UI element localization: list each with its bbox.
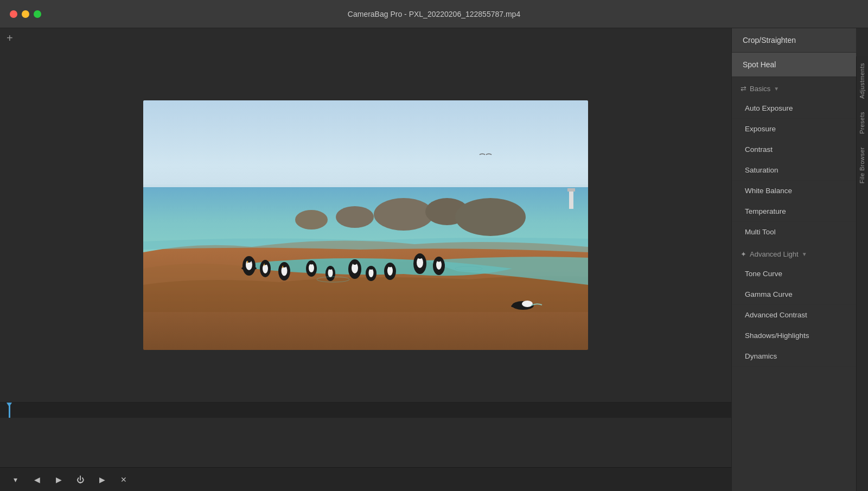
advanced-contrast-item[interactable]: Advanced Contrast <box>732 305 856 326</box>
spot-heal-button[interactable]: Spot Heal <box>732 53 856 77</box>
playhead[interactable] <box>9 403 10 418</box>
advanced-light-chevron-icon: ▼ <box>802 251 807 257</box>
svg-point-53 <box>522 301 533 307</box>
svg-rect-9 <box>567 188 575 192</box>
timeline-track <box>0 418 731 467</box>
dynamics-item[interactable]: Dynamics <box>732 346 856 367</box>
svg-point-6 <box>455 198 526 236</box>
advanced-light-label: Advanced Light <box>750 250 799 258</box>
toolbar-top: + <box>0 28 731 48</box>
gamma-curve-item[interactable]: Gamma Curve <box>732 284 856 305</box>
tone-curve-item[interactable]: Tone Curve <box>732 264 856 284</box>
svg-point-39 <box>369 266 373 270</box>
svg-point-51 <box>437 258 441 262</box>
prev-button[interactable]: ◀ <box>30 473 43 486</box>
window-title: CameraBag Pro - PXL_20220206_122855787.m… <box>348 10 520 18</box>
titlebar: CameraBag Pro - PXL_20220206_122855787.m… <box>0 0 868 28</box>
svg-point-43 <box>388 263 392 267</box>
right-wrapper: Crop/Straighten Spot Heal ⇄ Basics ▼ Aut… <box>731 28 868 491</box>
close-button[interactable]: ✕ <box>117 473 130 486</box>
svg-point-18 <box>263 264 268 273</box>
svg-point-42 <box>387 266 393 276</box>
svg-point-3 <box>374 198 433 231</box>
advanced-light-icon: ✦ <box>741 250 746 258</box>
main-image <box>143 100 588 350</box>
right-panel: Crop/Straighten Spot Heal ⇄ Basics ▼ Aut… <box>731 28 856 491</box>
next-button[interactable]: ▶ <box>52 473 65 486</box>
image-container <box>0 48 731 402</box>
basics-chevron-icon: ▼ <box>774 86 779 92</box>
panel-content: Crop/Straighten Spot Heal ⇄ Basics ▼ Aut… <box>732 28 856 491</box>
main-layout: + <box>0 28 868 491</box>
svg-point-30 <box>328 269 333 277</box>
file-browser-tab[interactable]: File Browser <box>857 141 868 190</box>
svg-point-26 <box>309 264 314 272</box>
minimize-button[interactable] <box>22 10 29 18</box>
dropdown-button[interactable]: ▾ <box>9 473 22 486</box>
canvas-area: + <box>0 28 731 491</box>
side-tabs: Adjustments Presets File Browser <box>856 56 868 491</box>
power-button[interactable]: ⏻ <box>74 473 87 486</box>
contrast-item[interactable]: Contrast <box>732 139 856 160</box>
basics-section-header[interactable]: ⇄ Basics ▼ <box>732 77 856 98</box>
exposure-item[interactable]: Exposure <box>732 119 856 139</box>
svg-point-31 <box>329 266 332 270</box>
svg-point-38 <box>369 269 374 277</box>
adjustments-tab[interactable]: Adjustments <box>857 56 868 105</box>
shadows-highlights-item[interactable]: Shadows/Highlights <box>732 326 856 346</box>
white-balance-item[interactable]: White Balance <box>732 181 856 201</box>
svg-point-5 <box>336 206 374 228</box>
svg-point-35 <box>353 260 357 265</box>
basics-label: Basics <box>750 85 770 93</box>
basics-icon: ⇄ <box>741 85 746 93</box>
multi-tool-item[interactable]: Multi Tool <box>732 222 856 243</box>
play-button[interactable]: ▶ <box>95 473 108 486</box>
close-button[interactable] <box>10 10 17 18</box>
controls-bar: ▾ ◀ ▶ ⏻ ▶ ✕ <box>0 467 731 491</box>
add-button[interactable]: + <box>7 33 13 43</box>
presets-tab[interactable]: Presets <box>857 105 868 141</box>
svg-point-47 <box>418 254 422 259</box>
saturation-item[interactable]: Saturation <box>732 160 856 181</box>
temperature-item[interactable]: Temperature <box>732 201 856 222</box>
traffic-lights <box>10 10 41 18</box>
timeline-bar[interactable] <box>0 403 731 418</box>
advanced-light-section-header[interactable]: ✦ Advanced Light ▼ <box>732 243 856 264</box>
auto-exposure-item[interactable]: Auto Exposure <box>732 98 856 119</box>
crop-straighten-button[interactable]: Crop/Straighten <box>732 28 856 53</box>
svg-rect-8 <box>569 190 573 209</box>
svg-point-7 <box>295 210 328 229</box>
timeline-area <box>0 402 731 467</box>
photo-canvas <box>143 100 588 350</box>
svg-point-27 <box>310 260 314 264</box>
maximize-button[interactable] <box>34 10 41 18</box>
